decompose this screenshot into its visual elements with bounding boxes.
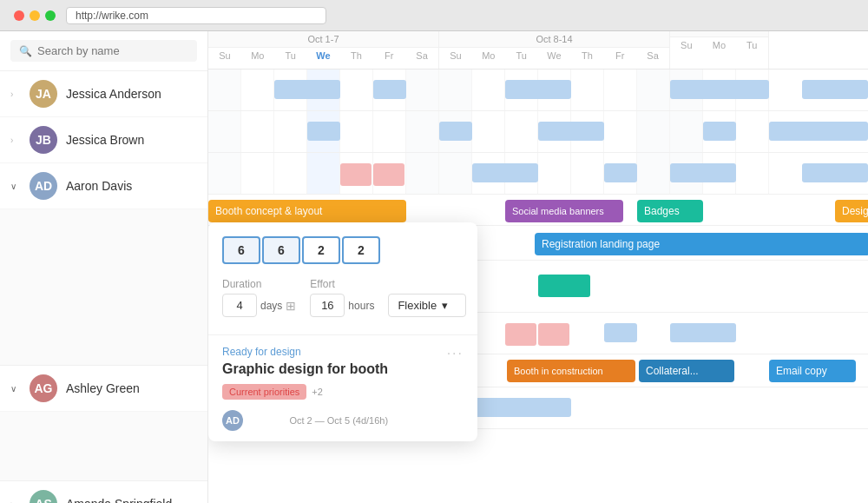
popup-task-link[interactable]: Ready for design <box>222 346 388 358</box>
day-th: Th <box>339 48 372 63</box>
tag-chip[interactable]: Current priorities <box>222 384 306 400</box>
avatar: JB <box>30 126 57 154</box>
sidebar-item-jessica-anderson[interactable]: › JA Jessica Anderson <box>0 71 207 117</box>
popup-number-boxes: 6 6 2 2 <box>222 236 464 264</box>
person-list: › JA Jessica Anderson › JB Jessica Brown… <box>0 71 207 503</box>
week-label: Oct 1-7 <box>208 31 438 48</box>
popup-dates: Oct 2 — Oct 5 (4d/16h) <box>289 415 388 426</box>
day-fr: Fr <box>372 48 405 63</box>
chevron-icon: ∨ <box>10 182 21 191</box>
day-fr: Fr <box>603 48 636 63</box>
chevron-down-icon: ▾ <box>442 299 448 312</box>
num-box-4[interactable]: 2 <box>342 236 380 264</box>
app: 🔍 › JA Jessica Anderson › JB Jessica Bro… <box>0 31 868 503</box>
search-bar: 🔍 <box>0 31 207 71</box>
day-labels: Su Mo Tu <box>670 37 768 53</box>
popup-content: Ready for design Graphic design for boot… <box>222 346 388 431</box>
registration-bar[interactable]: Registration landing page <box>535 233 868 255</box>
duration-label: Duration <box>222 278 296 290</box>
person-name: Jessica Brown <box>66 133 144 147</box>
effort-group: Effort 16 hours <box>310 278 374 317</box>
calendar-icon[interactable]: ⊞ <box>286 299 296 313</box>
chevron-icon: › <box>10 500 21 504</box>
person-name: Amanda Springfield <box>66 497 172 503</box>
week-label: Oct 8-14 <box>439 31 669 48</box>
badges-bar[interactable]: Badges <box>637 200 703 222</box>
duration-input[interactable]: 4 <box>222 294 257 317</box>
day-we: We <box>307 48 340 63</box>
search-icon: 🔍 <box>19 45 32 57</box>
day-mo: Mo <box>241 48 274 63</box>
search-input-wrap: 🔍 <box>10 40 197 62</box>
minimize-button[interactable] <box>30 10 40 21</box>
num-box-3[interactable]: 2 <box>302 236 340 264</box>
popup-numbers-section: 6 6 2 2 Duration 4 days ⊞ <box>208 222 477 334</box>
flexible-select[interactable]: Flexible ▾ <box>388 294 466 317</box>
week-next: Su Mo Tu <box>670 31 769 69</box>
effort-input[interactable]: 16 <box>310 294 345 317</box>
num-box-1[interactable]: 6 <box>222 236 260 264</box>
sidebar: 🔍 › JA Jessica Anderson › JB Jessica Bro… <box>0 31 208 503</box>
duration-unit: days <box>260 300 282 312</box>
flexible-label: Flexible <box>398 299 437 312</box>
chevron-icon: ∨ <box>10 384 21 394</box>
day-labels: Su Mo Tu We Th Fr Sa <box>439 48 669 63</box>
person-name: Jessica Anderson <box>66 87 161 101</box>
popup-task-title: Graphic design for booth <box>222 361 388 377</box>
day-we: We <box>538 48 571 63</box>
num-box-2[interactable]: 6 <box>262 236 300 264</box>
day-sa: Sa <box>636 48 669 63</box>
collateral-bar[interactable]: Collateral... <box>639 360 734 382</box>
day-su: Su <box>439 48 472 63</box>
search-input[interactable] <box>37 44 188 57</box>
main-timeline: Oct 1-7 Su Mo Tu We Th Fr Sa Oct 8-14 Su… <box>208 31 868 503</box>
person-name: Ashley Green <box>66 381 140 395</box>
day-th: Th <box>570 48 603 63</box>
day-su: Su <box>670 37 703 53</box>
popup-task-section: Ready for design Graphic design for boot… <box>208 334 477 441</box>
booth-construction-bar[interactable]: Booth in construction <box>507 360 635 382</box>
avatar: AS <box>30 490 57 503</box>
sidebar-item-amanda-springfield[interactable]: › AS Amanda Springfield <box>0 481 207 503</box>
timeline-row-jessica-b <box>208 111 868 153</box>
timeline-header: Oct 1-7 Su Mo Tu We Th Fr Sa Oct 8-14 Su… <box>208 31 868 69</box>
duration-effort: Duration 4 days ⊞ Effort 16 hours <box>222 278 464 317</box>
day-sa: Sa <box>405 48 438 63</box>
url-bar[interactable]: http://wrike.com <box>66 7 326 24</box>
week-label <box>670 31 768 37</box>
day-tu: Tu <box>274 48 307 63</box>
day-mo: Mo <box>703 37 736 53</box>
popup-avatar: AD <box>222 410 243 431</box>
day-labels: Su Mo Tu We Th Fr Sa <box>208 48 438 63</box>
more-options-button[interactable]: ··· <box>447 346 464 361</box>
timeline-row-jessica-a <box>208 69 868 111</box>
effort-value-group: 16 hours <box>310 294 374 317</box>
tag-more[interactable]: +2 <box>312 387 323 397</box>
social-media-bar[interactable]: Social media banners <box>505 200 623 222</box>
chevron-icon: › <box>10 136 21 145</box>
popup-tags: Current priorities +2 <box>222 384 388 400</box>
booth-concept-bar[interactable]: Booth concept & layout <box>208 200 406 222</box>
avatar: JA <box>30 80 57 108</box>
sidebar-item-jessica-brown[interactable]: › JB Jessica Brown <box>0 117 207 163</box>
week-oct-1-7: Oct 1-7 Su Mo Tu We Th Fr Sa <box>208 31 439 69</box>
sidebar-item-aaron-davis[interactable]: ∨ AD Aaron Davis <box>0 163 207 209</box>
duration-group: Duration 4 days ⊞ <box>222 278 296 317</box>
avatar: AG <box>30 374 57 402</box>
email-copy-bar[interactable]: Email copy <box>769 360 856 382</box>
traffic-lights <box>14 10 56 21</box>
avatar: AD <box>30 172 57 200</box>
day-tu: Tu <box>505 48 538 63</box>
day-tu: Tu <box>735 37 768 53</box>
task-popup[interactable]: 6 6 2 2 Duration 4 days ⊞ <box>208 222 477 441</box>
week-oct-8-14: Oct 8-14 Su Mo Tu We Th Fr Sa <box>439 31 670 69</box>
timeline-row-booth-concept: Booth concept & layout Social media bann… <box>208 195 868 226</box>
duration-value-group: 4 days ⊞ <box>222 294 296 317</box>
sidebar-item-ashley-green[interactable]: ∨ AG Ashley Green <box>0 366 207 412</box>
maximize-button[interactable] <box>45 10 56 21</box>
person-name: Aaron Davis <box>66 179 132 193</box>
design-bar[interactable]: Design <box>835 200 868 222</box>
effort-unit: hours <box>348 300 374 312</box>
day-mo: Mo <box>472 48 505 63</box>
close-button[interactable] <box>14 10 24 21</box>
